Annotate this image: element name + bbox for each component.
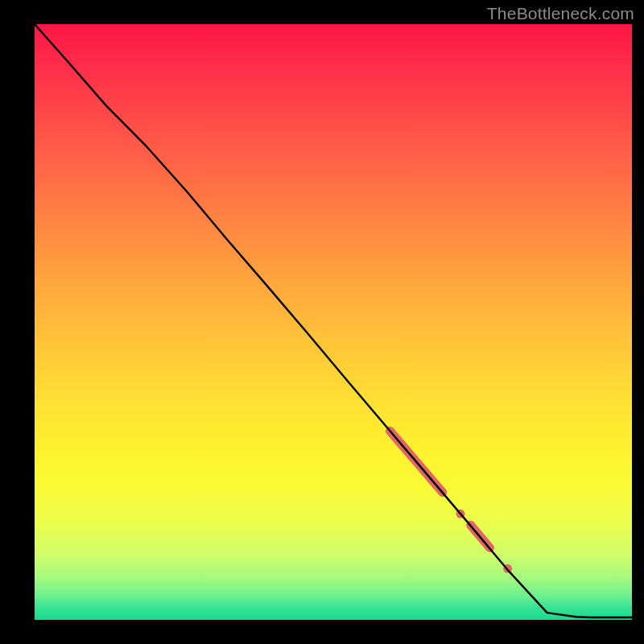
chart-frame: TheBottleneck.com [0, 0, 644, 644]
watermark-text: TheBottleneck.com [487, 4, 634, 23]
plot-area [35, 24, 632, 620]
